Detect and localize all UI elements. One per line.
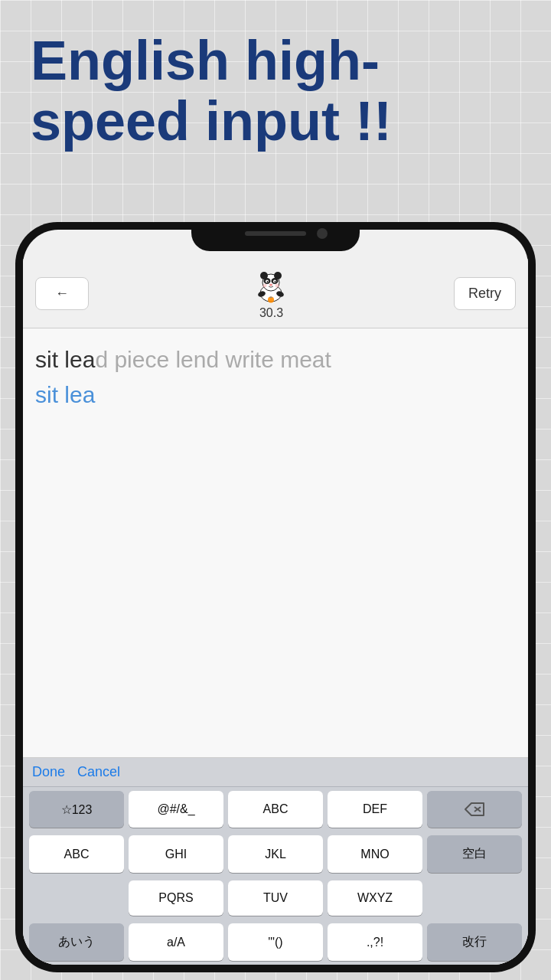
key-case-toggle[interactable]: a/A <box>129 923 223 961</box>
keyboard-row-2: ABC GHI JKL MNO 空白 <box>23 831 528 877</box>
svg-point-12 <box>276 284 279 288</box>
speaker <box>245 231 306 236</box>
svg-point-10 <box>269 284 272 286</box>
key-abc-upper[interactable]: ABC <box>228 791 323 828</box>
key-def[interactable]: DEF <box>328 791 422 828</box>
svg-point-9 <box>275 281 276 283</box>
panda-score-container: 30.3 <box>96 266 446 320</box>
keyboard-row-3: PQRS TUV WXYZ <box>23 877 528 920</box>
page-title: English high-speed input !! <box>31 31 520 152</box>
backspace-icon <box>464 802 485 817</box>
delete-button[interactable] <box>427 791 522 828</box>
phone-notch <box>191 222 360 251</box>
score-display: 30.3 <box>259 306 283 320</box>
svg-rect-16 <box>270 297 272 299</box>
keyboard-row-1: ☆123 @#/&_ ABC DEF <box>23 787 528 831</box>
top-bar: ← <box>23 259 528 328</box>
back-button[interactable]: ← <box>35 277 89 310</box>
key-abc[interactable]: ABC <box>29 835 124 873</box>
key-mno[interactable]: MNO <box>328 835 422 873</box>
key-punctuation[interactable]: .,?! <box>328 923 422 961</box>
svg-point-11 <box>263 284 267 288</box>
key-wxyz[interactable]: WXYZ <box>328 880 422 916</box>
key-quotes[interactable]: '"() <box>228 923 323 961</box>
input-line: sit lea <box>35 382 516 408</box>
key-jkl[interactable]: JKL <box>228 835 323 873</box>
svg-point-8 <box>267 281 269 283</box>
phone-frame: ← <box>15 222 536 972</box>
key-pqrs[interactable]: PQRS <box>129 880 223 916</box>
done-button[interactable]: Done <box>32 764 65 780</box>
phone-screen: ← <box>23 230 528 965</box>
prompt-line: sit lead piece lend write meat <box>35 344 516 376</box>
keyboard: ☆123 @#/&_ ABC DEF ABC GHI <box>23 787 528 965</box>
cancel-button[interactable]: Cancel <box>77 764 120 780</box>
input-typed: sit lea <box>35 382 95 407</box>
camera <box>317 228 328 239</box>
key-star123[interactable]: ☆123 <box>29 791 124 828</box>
prompt-typed: sit lea <box>35 347 95 372</box>
app-content: ← <box>23 259 528 965</box>
text-display: sit lead piece lend write meat sit lea <box>23 328 528 758</box>
key-tuv[interactable]: TUV <box>228 880 323 916</box>
key-symbols[interactable]: @#/&_ <box>129 791 223 828</box>
prompt-remaining: d piece lend write meat <box>95 347 331 372</box>
panda-icon <box>252 266 290 305</box>
keyboard-row-4: あいう a/A '"() .,?! 改行 <box>23 920 528 965</box>
retry-button[interactable]: Retry <box>454 277 516 310</box>
key-ghi[interactable]: GHI <box>129 835 223 873</box>
keyboard-toolbar: Done Cancel <box>23 758 528 787</box>
key-aiueo[interactable]: あいう <box>29 923 124 961</box>
key-newline[interactable]: 改行 <box>427 923 522 961</box>
key-space-jp[interactable]: 空白 <box>427 835 522 873</box>
